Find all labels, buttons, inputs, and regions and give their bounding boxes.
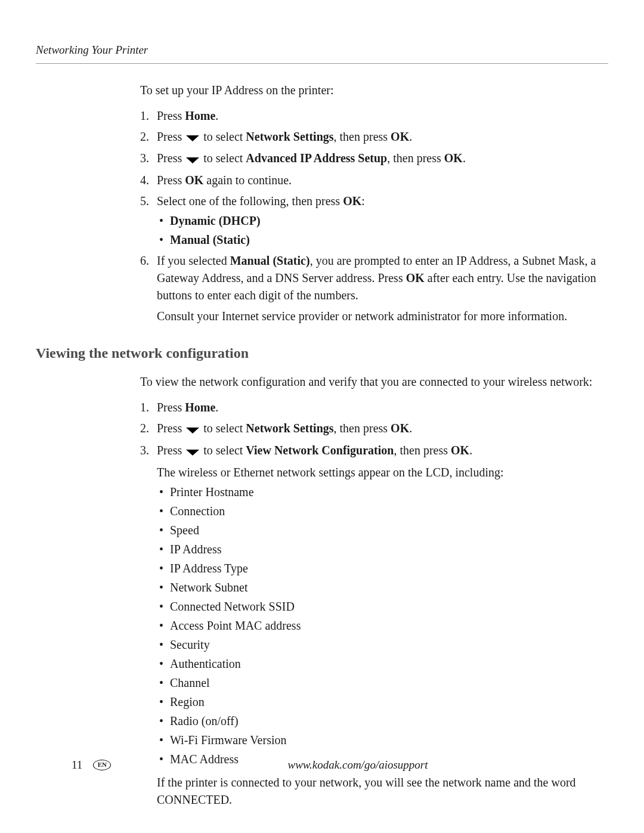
list-item: Access Point MAC address xyxy=(157,617,608,634)
steps-list-2: Press Home. Press to select Network Sett… xyxy=(140,399,608,809)
page-header: Networking Your Printer xyxy=(36,42,608,64)
intro-text-2: To view the network configuration and ve… xyxy=(140,373,608,391)
step-3b: Press to select View Network Configurati… xyxy=(140,442,608,809)
list-item: Speed xyxy=(157,522,608,539)
option-static: Manual (Static) xyxy=(157,231,608,249)
list-item: Printer Hostname xyxy=(157,484,608,501)
page-number: 11 xyxy=(72,757,82,773)
step-1b: Press Home. xyxy=(140,399,608,416)
list-item: Radio (on/off) xyxy=(157,713,608,730)
closing-note: If the printer is connected to your netw… xyxy=(157,774,608,809)
step-5-options: Dynamic (DHCP) Manual (Static) xyxy=(157,212,608,249)
list-item: Network Subnet xyxy=(157,579,608,596)
list-item: Connection xyxy=(157,503,608,520)
down-arrow-icon xyxy=(186,421,199,438)
step-4: Press OK again to continue. xyxy=(140,172,608,189)
section-ip-setup: To set up your IP Address on the printer… xyxy=(140,82,608,326)
section-title: Networking Your Printer xyxy=(36,44,148,56)
step-2: Press to select Network Settings, then p… xyxy=(140,128,608,147)
page-footer: 11 EN www.kodak.com/go/aiosupport xyxy=(72,757,644,773)
footer-left: 11 EN xyxy=(72,757,111,773)
intro-text: To set up your IP Address on the printer… xyxy=(140,82,608,99)
list-item: Wi-Fi Firmware Version xyxy=(157,732,608,749)
list-item: Security xyxy=(157,636,608,654)
down-arrow-icon xyxy=(186,443,199,460)
list-item: IP Address xyxy=(157,541,608,558)
list-item: Region xyxy=(157,693,608,711)
list-item: Authentication xyxy=(157,655,608,673)
heading-view-network-config: Viewing the network configuration xyxy=(36,343,608,364)
svg-marker-1 xyxy=(186,157,199,163)
step-3: Press to select Advanced IP Address Setu… xyxy=(140,150,608,168)
svg-marker-2 xyxy=(186,428,199,433)
down-arrow-icon xyxy=(186,129,199,146)
list-item: IP Address Type xyxy=(157,560,608,577)
steps-list-1: Press Home. Press to select Network Sett… xyxy=(140,107,608,326)
step-2b: Press to select Network Settings, then p… xyxy=(140,420,608,438)
step-1: Press Home. xyxy=(140,107,608,125)
language-badge: EN xyxy=(93,760,111,770)
section-view-network: To view the network configuration and ve… xyxy=(140,373,608,809)
footer-url: www.kodak.com/go/aiosupport xyxy=(287,758,428,771)
option-dhcp: Dynamic (DHCP) xyxy=(157,212,608,230)
svg-marker-3 xyxy=(186,450,199,456)
step-3b-note: The wireless or Ethernet network setting… xyxy=(157,464,608,481)
list-item: Connected Network SSID xyxy=(157,598,608,615)
step-5: Select one of the following, then press … xyxy=(140,193,608,249)
step-6-note: Consult your Internet service provider o… xyxy=(157,308,608,325)
svg-marker-0 xyxy=(186,135,199,141)
down-arrow-icon xyxy=(186,151,199,168)
list-item: Channel xyxy=(157,674,608,692)
network-settings-list: Printer HostnameConnectionSpeedIP Addres… xyxy=(157,484,608,768)
step-6: If you selected Manual (Static), you are… xyxy=(140,252,608,325)
